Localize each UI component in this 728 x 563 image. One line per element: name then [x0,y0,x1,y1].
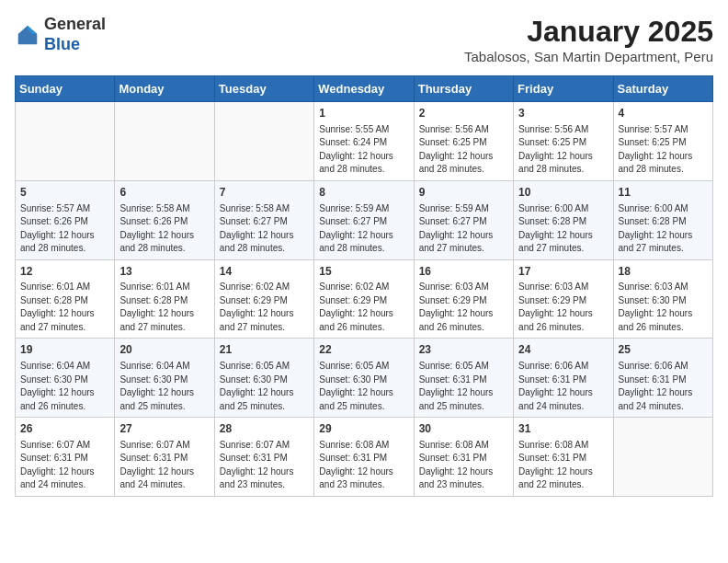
day-info: Sunrise: 6:08 AM Sunset: 6:31 PM Dayligh… [319,439,408,492]
day-number: 17 [518,264,608,280]
day-number: 19 [20,342,109,358]
day-number: 31 [518,421,608,437]
calendar-week-row: 19Sunrise: 6:04 AM Sunset: 6:30 PM Dayli… [16,339,713,418]
day-number: 5 [20,185,109,201]
day-number: 30 [419,421,508,437]
day-info: Sunrise: 6:03 AM Sunset: 6:30 PM Dayligh… [619,281,708,334]
table-row [214,102,313,181]
table-row: 18Sunrise: 6:03 AM Sunset: 6:30 PM Dayli… [613,259,712,339]
day-number: 15 [319,264,408,280]
month-title: January 2025 [464,15,713,49]
table-row: 31Sunrise: 6:08 AM Sunset: 6:31 PM Dayli… [514,418,613,497]
table-row: 6Sunrise: 5:58 AM Sunset: 6:26 PM Daylig… [115,180,214,259]
day-info: Sunrise: 6:03 AM Sunset: 6:29 PM Dayligh… [419,281,508,334]
day-number: 25 [619,342,708,358]
table-row: 17Sunrise: 6:03 AM Sunset: 6:29 PM Dayli… [514,259,613,339]
day-info: Sunrise: 5:56 AM Sunset: 6:25 PM Dayligh… [518,123,608,177]
calendar-week-row: 5Sunrise: 5:57 AM Sunset: 6:26 PM Daylig… [16,180,713,259]
calendar-week-row: 26Sunrise: 6:07 AM Sunset: 6:31 PM Dayli… [16,418,713,497]
table-row: 8Sunrise: 5:59 AM Sunset: 6:27 PM Daylig… [314,180,414,259]
day-number: 20 [119,342,209,358]
table-row: 27Sunrise: 6:07 AM Sunset: 6:31 PM Dayli… [115,418,214,497]
table-row: 11Sunrise: 6:00 AM Sunset: 6:28 PM Dayli… [613,180,712,259]
title-block: January 2025 Tabalosos, San Martin Depar… [464,15,713,64]
table-row: 2Sunrise: 5:56 AM Sunset: 6:25 PM Daylig… [414,102,513,181]
header-thursday: Thursday [414,76,513,102]
table-row [613,418,712,497]
header-sunday: Sunday [16,76,115,102]
day-info: Sunrise: 6:01 AM Sunset: 6:28 PM Dayligh… [119,281,209,334]
day-info: Sunrise: 6:08 AM Sunset: 6:31 PM Dayligh… [419,439,508,492]
day-number: 18 [619,264,708,280]
day-info: Sunrise: 6:07 AM Sunset: 6:31 PM Dayligh… [220,439,309,492]
day-info: Sunrise: 6:07 AM Sunset: 6:31 PM Dayligh… [20,439,109,492]
table-row: 10Sunrise: 6:00 AM Sunset: 6:28 PM Dayli… [514,180,613,259]
table-row: 19Sunrise: 6:04 AM Sunset: 6:30 PM Dayli… [16,339,115,418]
day-number: 1 [319,106,408,121]
location-subtitle: Tabalosos, San Martin Department, Peru [464,49,713,64]
calendar-week-row: 1Sunrise: 5:55 AM Sunset: 6:24 PM Daylig… [16,102,713,181]
page-header: General Blue January 2025 Tabalosos, San… [15,15,713,64]
day-info: Sunrise: 6:07 AM Sunset: 6:31 PM Dayligh… [119,439,209,492]
logo-icon [15,22,40,48]
table-row: 20Sunrise: 6:04 AM Sunset: 6:30 PM Dayli… [115,339,214,418]
day-info: Sunrise: 5:56 AM Sunset: 6:25 PM Dayligh… [419,123,508,177]
day-info: Sunrise: 5:58 AM Sunset: 6:26 PM Dayligh… [119,202,209,256]
header-wednesday: Wednesday [314,76,414,102]
table-row: 12Sunrise: 6:01 AM Sunset: 6:28 PM Dayli… [16,259,115,339]
table-row: 25Sunrise: 6:06 AM Sunset: 6:31 PM Dayli… [613,339,712,418]
day-number: 10 [518,185,608,201]
day-info: Sunrise: 6:06 AM Sunset: 6:31 PM Dayligh… [619,360,708,413]
table-row: 9Sunrise: 5:59 AM Sunset: 6:27 PM Daylig… [414,180,513,259]
table-row: 22Sunrise: 6:05 AM Sunset: 6:30 PM Dayli… [314,339,414,418]
day-info: Sunrise: 6:01 AM Sunset: 6:28 PM Dayligh… [20,281,109,334]
header-saturday: Saturday [613,76,712,102]
table-row: 28Sunrise: 6:07 AM Sunset: 6:31 PM Dayli… [214,418,313,497]
table-row: 3Sunrise: 5:56 AM Sunset: 6:25 PM Daylig… [514,102,613,181]
day-info: Sunrise: 6:08 AM Sunset: 6:31 PM Dayligh… [518,439,608,492]
day-number: 22 [319,342,408,358]
header-friday: Friday [514,76,613,102]
day-info: Sunrise: 6:05 AM Sunset: 6:30 PM Dayligh… [220,360,309,413]
header-monday: Monday [115,76,214,102]
day-info: Sunrise: 6:00 AM Sunset: 6:28 PM Dayligh… [619,202,708,256]
logo-blue: Blue [44,35,80,53]
calendar-week-row: 12Sunrise: 6:01 AM Sunset: 6:28 PM Dayli… [16,259,713,339]
day-info: Sunrise: 5:57 AM Sunset: 6:25 PM Dayligh… [619,123,708,177]
day-number: 4 [619,106,708,121]
day-info: Sunrise: 5:58 AM Sunset: 6:27 PM Dayligh… [220,202,309,256]
day-info: Sunrise: 6:03 AM Sunset: 6:29 PM Dayligh… [518,281,608,334]
table-row [16,102,115,181]
table-row: 14Sunrise: 6:02 AM Sunset: 6:29 PM Dayli… [214,259,313,339]
day-info: Sunrise: 5:59 AM Sunset: 6:27 PM Dayligh… [419,202,508,256]
day-info: Sunrise: 6:04 AM Sunset: 6:30 PM Dayligh… [119,360,209,413]
day-info: Sunrise: 6:04 AM Sunset: 6:30 PM Dayligh… [20,360,109,413]
day-number: 8 [319,185,408,201]
day-info: Sunrise: 6:02 AM Sunset: 6:29 PM Dayligh… [319,281,408,334]
table-row [115,102,214,181]
day-info: Sunrise: 6:05 AM Sunset: 6:30 PM Dayligh… [319,360,408,413]
day-info: Sunrise: 6:05 AM Sunset: 6:31 PM Dayligh… [419,360,508,413]
day-number: 7 [220,185,309,201]
day-number: 3 [518,106,608,121]
table-row: 13Sunrise: 6:01 AM Sunset: 6:28 PM Dayli… [115,259,214,339]
day-number: 12 [20,264,109,280]
table-row: 15Sunrise: 6:02 AM Sunset: 6:29 PM Dayli… [314,259,414,339]
day-info: Sunrise: 5:57 AM Sunset: 6:26 PM Dayligh… [20,202,109,256]
day-number: 14 [220,264,309,280]
weekday-header-row: Sunday Monday Tuesday Wednesday Thursday… [16,76,713,102]
header-tuesday: Tuesday [214,76,313,102]
table-row: 16Sunrise: 6:03 AM Sunset: 6:29 PM Dayli… [414,259,513,339]
day-number: 24 [518,342,608,358]
logo-text: General Blue [44,15,106,54]
day-info: Sunrise: 6:06 AM Sunset: 6:31 PM Dayligh… [518,360,608,413]
day-number: 23 [419,342,508,358]
table-row: 30Sunrise: 6:08 AM Sunset: 6:31 PM Dayli… [414,418,513,497]
day-number: 9 [419,185,508,201]
day-number: 13 [119,264,209,280]
logo: General Blue [15,15,106,54]
table-row: 21Sunrise: 6:05 AM Sunset: 6:30 PM Dayli… [214,339,313,418]
day-number: 29 [319,421,408,437]
day-number: 6 [119,185,209,201]
table-row: 5Sunrise: 5:57 AM Sunset: 6:26 PM Daylig… [16,180,115,259]
